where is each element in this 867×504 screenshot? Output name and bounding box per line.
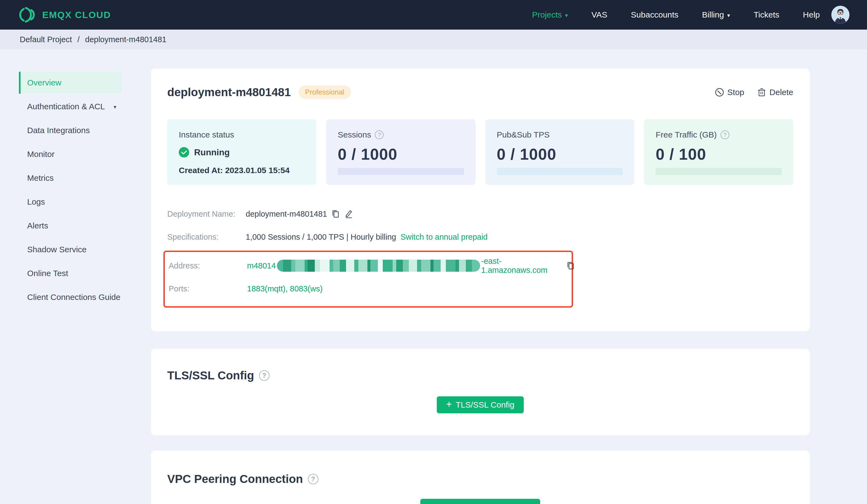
switch-annual-prepaid-link[interactable]: Switch to annual prepaid <box>400 232 488 242</box>
sidebar: Overview Authentication & ACL ▾ Data Int… <box>0 49 151 504</box>
deployment-name-label: Deployment Name: <box>167 210 246 219</box>
free-traffic-card: Free Traffic (GB) ? 0 / 100 <box>644 119 793 185</box>
sidebar-item-shadow-service[interactable]: Shadow Service <box>19 239 121 261</box>
pubsub-tps-card: Pub&Sub TPS 0 / 1000 <box>485 119 634 185</box>
nav-help[interactable]: Help <box>803 10 820 20</box>
breadcrumb-project[interactable]: Default Project <box>20 35 72 44</box>
running-check-icon <box>179 147 189 157</box>
sidebar-item-logs[interactable]: Logs <box>19 191 121 213</box>
chevron-down-icon: ▾ <box>114 96 116 118</box>
deployment-name-row: Deployment Name: deployment-m4801481 <box>167 202 793 226</box>
copy-icon[interactable] <box>332 210 340 218</box>
nav-menu: Projects ▾ VAS Subaccounts Billing ▾ Tic… <box>532 10 820 20</box>
help-icon[interactable]: ? <box>259 370 269 381</box>
main-content: deployment-m4801481 Professional Stop <box>151 49 810 504</box>
nav-vas[interactable]: VAS <box>591 10 607 20</box>
user-avatar[interactable] <box>831 6 849 24</box>
emqx-logo[interactable]: EMQX CLOUD <box>18 6 111 23</box>
chevron-down-icon: ▾ <box>727 12 730 19</box>
created-at: Created At: 2023.01.05 15:54 <box>179 166 305 175</box>
sidebar-item-authentication-acl[interactable]: Authentication & ACL ▾ <box>19 96 121 118</box>
sessions-value: 0 / 1000 <box>338 145 464 163</box>
sessions-progress-bar <box>338 168 464 175</box>
nav-subaccounts[interactable]: Subaccounts <box>631 10 678 20</box>
stop-button[interactable]: Stop <box>715 88 745 97</box>
ports-label: Ports: <box>169 284 247 293</box>
tls-ssl-section: TLS/SSL Config ? + TLS/SSL Config <box>151 349 810 435</box>
address-suffix: -east-1.amazonaws.com <box>481 257 562 275</box>
pubsub-tps-value: 0 / 1000 <box>497 145 623 163</box>
nav-billing[interactable]: Billing ▾ <box>702 10 730 20</box>
chevron-down-icon: ▾ <box>565 12 568 19</box>
sidebar-item-metrics[interactable]: Metrics <box>19 167 121 189</box>
copy-icon[interactable] <box>567 261 575 270</box>
breadcrumb-separator: / <box>77 35 79 44</box>
tls-ssl-title: TLS/SSL Config <box>167 369 254 382</box>
pubsub-progress-bar <box>497 168 623 175</box>
stop-icon <box>715 88 724 97</box>
sidebar-item-data-integrations[interactable]: Data Integrations <box>19 119 121 141</box>
address-redacted <box>277 260 480 272</box>
emqx-logo-icon <box>18 6 36 23</box>
help-icon[interactable]: ? <box>720 130 729 139</box>
page: EMQX CLOUD Projects ▾ VAS Subaccounts Bi… <box>0 0 867 504</box>
sessions-card: Sessions ? 0 / 1000 <box>326 119 475 185</box>
delete-button[interactable]: Delete <box>757 88 793 97</box>
add-vpc-peering-button[interactable]: + VPC Peering Connection <box>420 499 540 504</box>
address-label: Address: <box>169 261 247 270</box>
ports-row: Ports: 1883(mqtt), 8083(ws) <box>169 277 572 300</box>
sidebar-item-alerts[interactable]: Alerts <box>19 215 121 237</box>
add-tls-ssl-config-button[interactable]: + TLS/SSL Config <box>437 396 524 413</box>
brand-name: EMQX CLOUD <box>42 10 111 20</box>
plan-badge: Professional <box>299 86 351 99</box>
sidebar-item-monitor[interactable]: Monitor <box>19 143 121 165</box>
help-icon[interactable]: ? <box>308 474 318 484</box>
nav-projects[interactable]: Projects ▾ <box>532 10 568 20</box>
instance-status-value: Running <box>194 147 230 157</box>
top-navbar: EMQX CLOUD Projects ▾ VAS Subaccounts Bi… <box>0 0 867 30</box>
address-highlight-box: Address: m48014-east-1.amazonaws.com <box>163 251 573 308</box>
help-icon[interactable]: ? <box>375 130 384 139</box>
address-prefix: m48014 <box>247 261 276 270</box>
ports-value: 1883(mqtt), 8083(ws) <box>247 284 323 293</box>
specifications-value: 1,000 Sessions / 1,000 TPS | Hourly bill… <box>246 232 396 242</box>
address-row: Address: m48014-east-1.amazonaws.com <box>169 254 572 277</box>
edit-icon[interactable] <box>344 209 353 219</box>
sidebar-item-online-test[interactable]: Online Test <box>19 262 121 284</box>
instance-status-card: Instance status Running Created A <box>167 119 317 185</box>
deployment-overview-card: deployment-m4801481 Professional Stop <box>151 68 810 331</box>
free-traffic-value: 0 / 100 <box>656 145 782 163</box>
vpc-peering-section: VPC Peering Connection ? + VPC Peering C… <box>151 451 810 504</box>
vpc-peering-title: VPC Peering Connection <box>167 472 303 486</box>
nav-tickets[interactable]: Tickets <box>753 10 779 20</box>
breadcrumb: Default Project / deployment-m4801481 <box>0 30 867 49</box>
deployment-name-value: deployment-m4801481 <box>246 210 327 219</box>
sidebar-item-overview[interactable]: Overview <box>19 72 121 94</box>
breadcrumb-current: deployment-m4801481 <box>85 35 167 44</box>
deployment-title: deployment-m4801481 <box>167 86 291 99</box>
specifications-label: Specifications: <box>167 232 246 242</box>
trash-icon <box>757 88 766 97</box>
specifications-row: Specifications: 1,000 Sessions / 1,000 T… <box>167 226 793 249</box>
sidebar-item-client-connections-guide[interactable]: Client Connections Guide <box>19 286 121 308</box>
free-traffic-progress-bar <box>656 168 782 175</box>
